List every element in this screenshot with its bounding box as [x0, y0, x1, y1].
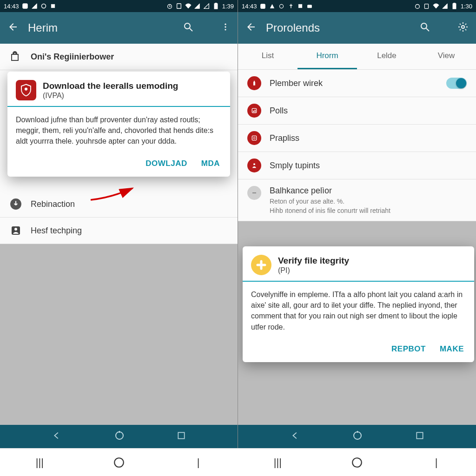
gear-icon[interactable]	[457, 21, 469, 34]
device-back-icon[interactable]: |	[430, 456, 443, 469]
dialog-app-icon	[16, 80, 36, 100]
svg-marker-23	[270, 4, 274, 8]
svg-point-14	[225, 29, 226, 30]
status-time-right: 1:30	[461, 3, 472, 10]
header-row[interactable]: Oni's Regiinierbower	[0, 44, 238, 70]
device-nav-bar: ||| | ||| |	[0, 448, 476, 476]
device-home-icon[interactable]	[112, 456, 126, 469]
status-icon	[31, 3, 38, 9]
alarm-icon	[414, 3, 421, 9]
nav-back-icon[interactable]	[290, 430, 300, 443]
row-label: Oni's Regiinierbower	[31, 52, 228, 62]
svg-point-2	[41, 4, 46, 8]
tab-view[interactable]: View	[416, 44, 476, 69]
svg-point-41	[253, 163, 255, 165]
device-back-icon[interactable]: |	[192, 456, 205, 469]
status-time-left: 14:43	[4, 3, 19, 10]
device-home-icon[interactable]	[350, 456, 364, 469]
dialog-button-make[interactable]: MAKE	[440, 344, 464, 354]
member-icon	[247, 76, 261, 90]
wifi-icon	[185, 3, 192, 9]
status-bar: 14:43 1:39	[0, 0, 238, 12]
svg-rect-22	[261, 4, 265, 8]
dialog-button-download[interactable]: DOWLJAD	[145, 159, 187, 168]
dialog-button-secondary[interactable]: MDA	[201, 159, 220, 168]
list-row[interactable]: Polls	[238, 97, 476, 125]
back-icon[interactable]	[7, 21, 19, 34]
row-subtext: Reton of your ase alte. %.	[270, 198, 467, 205]
search-icon[interactable]	[419, 21, 430, 34]
dialog-body: Covelyniffe in empleme. ITfa a alfo phon…	[243, 282, 474, 340]
nav-recent-icon[interactable]	[415, 431, 424, 442]
list-row[interactable]: Plember wirek	[238, 70, 476, 97]
svg-point-24	[279, 4, 283, 8]
nav-home-icon[interactable]	[352, 430, 363, 443]
svg-rect-31	[454, 3, 456, 4]
dialog-button-report[interactable]: REPBOT	[391, 344, 426, 354]
list-row[interactable]: Hesf techping	[0, 218, 238, 244]
svg-rect-5	[177, 4, 181, 9]
tab-hrorm[interactable]: Hrorm	[298, 44, 357, 69]
status-icon	[176, 3, 182, 9]
svg-rect-35	[253, 82, 255, 86]
search-icon[interactable]	[183, 21, 194, 34]
svg-rect-45	[416, 432, 423, 438]
svg-point-43	[354, 432, 361, 439]
row-label: Balhkance pelìor	[270, 186, 467, 196]
svg-rect-38	[255, 110, 256, 112]
tab-list[interactable]: List	[238, 44, 298, 69]
tab-lelde[interactable]: Lelde	[357, 44, 416, 69]
svg-rect-9	[215, 3, 217, 4]
nav-home-icon[interactable]	[114, 430, 125, 443]
status-icon	[288, 3, 294, 9]
svg-marker-6	[195, 3, 200, 8]
person-icon	[247, 159, 261, 172]
svg-point-18	[25, 87, 27, 90]
battery-icon	[213, 3, 219, 9]
overflow-icon[interactable]	[221, 21, 230, 34]
device-recent-icon[interactable]: |||	[271, 456, 284, 469]
list-row[interactable]: Smply tupints	[238, 152, 476, 179]
signal-icon	[204, 3, 210, 9]
content-list: Plember wirek Polls Prapliss Smply tupin…	[238, 70, 476, 221]
list-row[interactable]: Prapliss	[238, 125, 476, 152]
row-subtext: Hihb ıtonend of inis file conurtr will r…	[270, 207, 467, 214]
row-label: Prapliss	[270, 133, 467, 143]
status-icon	[306, 3, 313, 9]
row-label: Polls	[270, 106, 467, 116]
row-label: Hesf techping	[31, 226, 228, 236]
list-row[interactable]: Balhkance pelìor Reton of your ase alte.…	[238, 179, 476, 221]
svg-marker-1	[32, 4, 37, 9]
svg-point-10	[185, 23, 190, 29]
polls-icon	[247, 104, 261, 118]
dialog-title: Download the leeralls uemoding	[43, 80, 178, 92]
svg-point-46	[114, 458, 124, 467]
wifi-icon	[433, 3, 439, 9]
download-dialog: Download the leeralls uemoding (IVPA) Do…	[7, 72, 230, 177]
minus-icon	[247, 186, 261, 200]
status-bar: 14:43 1:30	[238, 0, 476, 12]
svg-point-47	[352, 458, 362, 467]
back-icon[interactable]	[245, 21, 257, 34]
status-icon	[260, 3, 266, 9]
svg-rect-3	[51, 4, 55, 8]
list-row[interactable]: Rebinaction	[0, 191, 238, 218]
status-icon	[269, 3, 276, 9]
app-bar: Prorolends	[238, 12, 476, 44]
status-icon	[40, 3, 47, 9]
battery-icon	[451, 3, 458, 9]
device-recent-icon[interactable]: |||	[33, 456, 46, 469]
svg-point-32	[421, 23, 427, 29]
svg-rect-8	[214, 4, 218, 9]
svg-point-13	[225, 26, 226, 27]
toggle-switch[interactable]	[446, 78, 467, 89]
svg-rect-30	[453, 4, 456, 9]
nav-recent-icon[interactable]	[177, 431, 186, 442]
dialog-subtitle: (IVPA)	[43, 92, 178, 100]
row-label: Smply tupints	[270, 161, 467, 171]
app-title: Prorolends	[266, 21, 410, 34]
dialog-star-icon	[251, 255, 271, 275]
nav-back-icon[interactable]	[52, 430, 62, 443]
svg-point-34	[462, 26, 464, 28]
right-phone: 14:43 1:30 Prorolends List Hrorm Lelde V…	[238, 0, 476, 448]
